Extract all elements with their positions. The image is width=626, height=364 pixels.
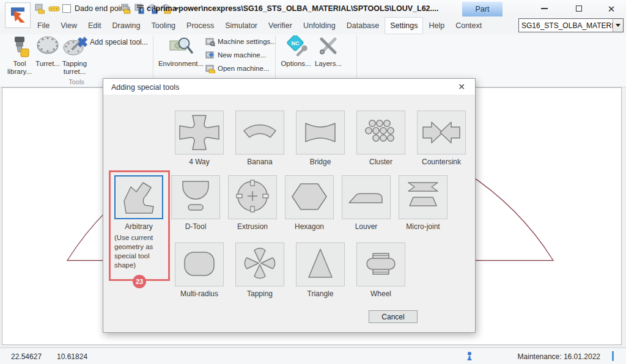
tool-option-hexagon: Hexagon: [280, 175, 339, 231]
open-part-button[interactable]: [120, 4, 131, 14]
tile-label: Multi-radius: [170, 289, 229, 298]
environment-label: Environment...: [156, 60, 205, 68]
tool-tile-dtool[interactable]: [171, 175, 220, 219]
app-window: Dado end points: [0, 0, 626, 364]
tile-label: Hexagon: [280, 222, 339, 231]
tool-tile-countersink[interactable]: [417, 111, 466, 155]
cancel-button[interactable]: Cancel: [369, 310, 418, 323]
dado-end-points-checkbox[interactable]: [62, 4, 71, 13]
tile-label: Tapping: [230, 289, 289, 298]
ruler-icon: [48, 4, 60, 14]
tool-tile-banana[interactable]: [235, 111, 284, 155]
tool-option-banana: Banana: [230, 111, 289, 166]
new-machine-icon: [205, 50, 215, 60]
open-machine-button[interactable]: Open machine...: [205, 64, 269, 73]
adding-special-tools-dialog: Adding special tools ✕ 4 Way Banana: [103, 78, 476, 333]
tool-tile-4way[interactable]: [175, 111, 224, 155]
tile-label: Cluster: [352, 158, 410, 166]
material-dropdown[interactable]: SG16_STS_OLBA_MATERIAL: [518, 18, 624, 32]
tool-library-button[interactable]: Tool library...: [5, 35, 34, 76]
tile-label: D-Tool: [166, 222, 225, 231]
menu-settings[interactable]: Settings: [385, 17, 423, 34]
tile-label: Extrusion: [223, 222, 282, 231]
machine-settings-label: Machine settings...: [218, 38, 276, 45]
menu-bar: File View Edit Drawing Tooling Process S…: [0, 17, 626, 34]
tool-tile-multiradius[interactable]: [175, 242, 224, 286]
tile-label: 4 Way: [170, 158, 229, 166]
menu-simulator[interactable]: Simulator: [219, 17, 263, 34]
tool-tile-louver[interactable]: [342, 175, 391, 219]
tool-option-extrusion: Extrusion: [223, 175, 282, 231]
menu-verifier[interactable]: Verifier: [263, 17, 298, 34]
title-bar: Dado end points: [0, 0, 626, 17]
environment-icon: [156, 35, 205, 60]
wheel-shape-icon: [359, 246, 403, 283]
menu-drawing[interactable]: Drawing: [107, 17, 146, 34]
sheet-open-icon: [120, 4, 131, 14]
status-bar: 22.54627 10.61824 Maintenance: 16.01.202…: [0, 348, 626, 364]
tool-tile-bridge[interactable]: [296, 111, 345, 155]
material-dropdown-value: SG16_STS_OLBA_MATERIAL: [519, 19, 613, 32]
new-machine-label: New machine...: [218, 51, 266, 59]
options-button[interactable]: NC Options...: [279, 35, 313, 68]
open-machine-label: Open machine...: [218, 65, 269, 72]
tool-tile-microjoint[interactable]: [399, 175, 447, 219]
annotation-step-badge: 23: [133, 275, 146, 288]
tile-label: Louver: [337, 222, 396, 231]
menu-tooling[interactable]: Tooling: [145, 17, 181, 34]
maximize-icon: [576, 5, 582, 12]
machine-settings-icon: [205, 37, 215, 46]
app-logo[interactable]: [5, 2, 31, 28]
machine-settings-button[interactable]: Machine settings...: [205, 37, 276, 46]
environment-button[interactable]: Environment...: [156, 35, 205, 68]
menu-context[interactable]: Context: [450, 17, 487, 34]
svg-text:NC: NC: [292, 40, 300, 46]
status-indicator-icon: [466, 351, 473, 363]
ribbon-separator: [275, 35, 276, 83]
tool-option-countersink: Countersink: [412, 111, 471, 166]
tool-option-wheel: Wheel: [352, 242, 410, 298]
menu-edit[interactable]: Edit: [83, 17, 107, 34]
tool-tile-triangle[interactable]: [296, 242, 345, 286]
options-icon: NC: [279, 35, 313, 60]
window-title: c:\prima power\ncexpress\SG16_STS_OLBA_M…: [147, 4, 438, 13]
ncexpress-logo-icon: [7, 5, 28, 26]
material-dropdown-arrow[interactable]: [613, 19, 623, 32]
tool-library-label: Tool library...: [5, 60, 34, 76]
menu-process[interactable]: Process: [181, 17, 219, 34]
tool-option-louver: Louver: [337, 175, 396, 231]
menu-view[interactable]: View: [55, 17, 83, 34]
tool-tile-hexagon[interactable]: [285, 175, 334, 219]
turret-button[interactable]: Turret...: [34, 35, 61, 68]
tool-option-bridge: Bridge: [291, 111, 350, 166]
menu-file[interactable]: File: [32, 17, 55, 34]
tool-tile-cluster[interactable]: [356, 111, 405, 155]
new-part-button[interactable]: [34, 4, 45, 14]
menu-database[interactable]: Database: [341, 17, 385, 34]
turret-icon: [34, 35, 61, 60]
tool-option-cluster: Cluster: [352, 111, 410, 166]
tool-tile-tapping[interactable]: [235, 242, 284, 286]
menu-help[interactable]: Help: [423, 17, 450, 34]
close-button[interactable]: ✕: [601, 2, 622, 15]
cursor-y-coordinate: 10.61824: [57, 352, 87, 361]
menu-unfolding[interactable]: Unfolding: [298, 17, 341, 34]
layers-button[interactable]: Layers...: [313, 35, 344, 68]
4way-shape-icon: [177, 114, 221, 151]
special-tool-icon: [78, 37, 87, 47]
turret-label: Turret...: [34, 60, 61, 68]
maximize-button[interactable]: [569, 2, 589, 15]
tool-tile-arbitrary[interactable]: [114, 175, 163, 219]
add-special-tool-button[interactable]: Add special tool...: [78, 37, 148, 47]
tool-tile-wheel[interactable]: [356, 242, 405, 286]
new-machine-button[interactable]: New machine...: [205, 50, 266, 60]
measure-button[interactable]: [48, 4, 60, 14]
dialog-close-button[interactable]: ✕: [455, 82, 468, 92]
minimize-button[interactable]: [534, 2, 554, 15]
part-tab[interactable]: Part: [462, 2, 503, 16]
tile-label: Micro-joint: [394, 222, 452, 231]
arbitrary-shape-icon: [117, 179, 161, 216]
chevron-down-icon: [616, 24, 620, 27]
tool-tile-extrusion[interactable]: [228, 175, 277, 219]
options-label: Options...: [279, 60, 313, 68]
